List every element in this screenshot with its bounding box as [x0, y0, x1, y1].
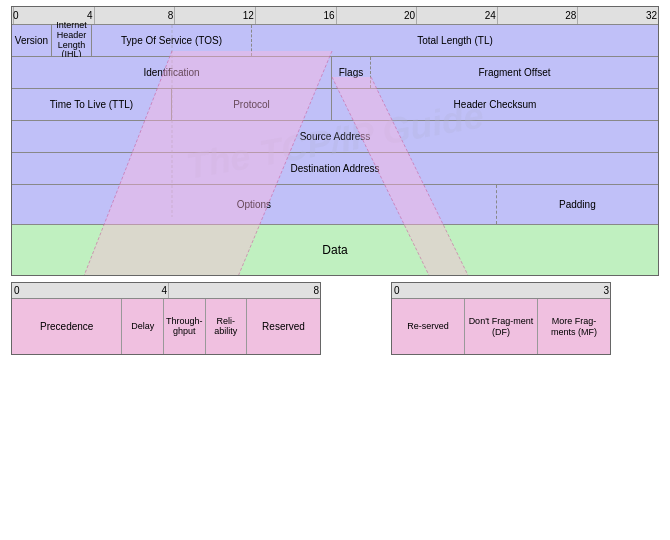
field-identification: Identification	[12, 57, 332, 88]
tos-ruler-4: 4	[17, 283, 169, 298]
tos-reserved: Reserved	[247, 299, 320, 354]
field-destination-address: Destination Address	[12, 153, 658, 184]
tos-ruler-8: 8	[169, 283, 320, 298]
field-fragment-offset: Fragment Offset	[371, 57, 658, 88]
ruler-16: 16	[256, 7, 337, 24]
field-data: Data	[12, 225, 658, 275]
field-source-address: Source Address	[12, 121, 658, 152]
flags-mf: More Frag-ments (MF)	[538, 299, 610, 354]
ruler-20: 20	[337, 7, 418, 24]
field-tos: Type Of Service (TOS)	[92, 25, 252, 56]
field-protocol: Protocol	[172, 89, 332, 120]
field-options: Options	[12, 185, 497, 224]
field-total-length: Total Length (TL)	[252, 25, 658, 56]
flags-ruler-3: 3	[397, 283, 610, 298]
ruler-8: 8	[95, 7, 176, 24]
field-flags: Flags	[332, 57, 371, 88]
ruler-32: 32	[578, 7, 658, 24]
ruler-24: 24	[417, 7, 498, 24]
field-version: Version	[12, 25, 52, 56]
tos-reliability: Reli-ability	[206, 299, 248, 354]
tos-throughput: Through-ghput	[164, 299, 206, 354]
field-padding: Padding	[497, 185, 658, 224]
ruler-28: 28	[498, 7, 579, 24]
ruler-12: 12	[175, 7, 256, 24]
flags-reserved: Re-served	[392, 299, 465, 354]
field-ihl: Internet Header Length (IHL)	[52, 25, 92, 56]
tos-delay: Delay	[122, 299, 164, 354]
field-ttl: Time To Live (TTL)	[12, 89, 172, 120]
tos-expansion-diagram: 0 4 8 Precedence Delay Through-ghput Rel…	[11, 282, 321, 355]
flags-expansion-diagram: 0 3 Re-served Don't Frag-ment (DF) More …	[391, 282, 611, 355]
field-header-checksum: Header Checksum	[332, 89, 658, 120]
tos-precedence: Precedence	[12, 299, 122, 354]
flags-df: Don't Frag-ment (DF)	[465, 299, 538, 354]
